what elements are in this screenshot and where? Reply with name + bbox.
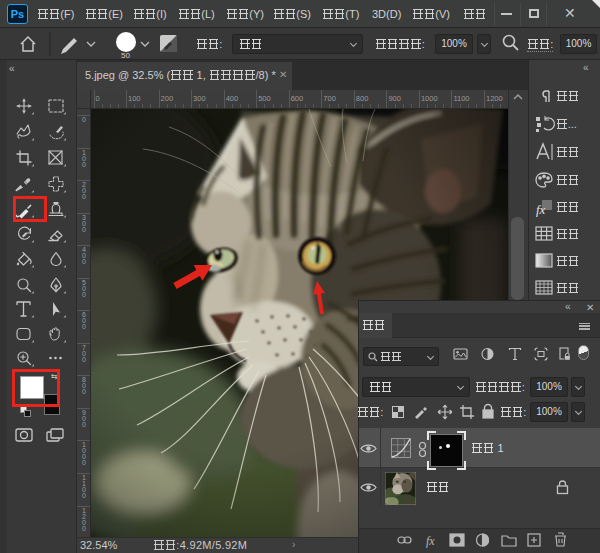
svg-text:fx: fx: [536, 202, 546, 217]
svg-text:fx: fx: [426, 534, 435, 548]
